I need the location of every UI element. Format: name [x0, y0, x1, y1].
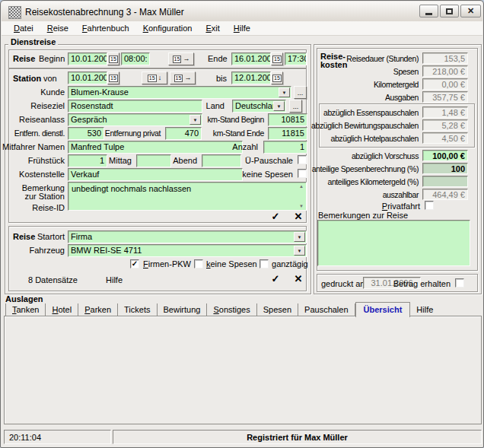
arrow-down-icon: ↓: [158, 75, 162, 81]
tab-hilfe[interactable]: Hilfe: [410, 303, 439, 316]
beginn-time-field[interactable]: 08:00:: [121, 52, 150, 65]
kunde-more-button[interactable]: ...: [294, 86, 307, 99]
tab-tickets[interactable]: Tickets: [118, 303, 157, 316]
von-date-field[interactable]: 10.01.2008: [68, 71, 107, 84]
ganztaegig-checkbox[interactable]: [260, 259, 269, 268]
station-ok-button[interactable]: ✓: [267, 211, 284, 222]
ende-label: Ende: [208, 54, 228, 63]
keine-spesen-station-label: keine Spesen: [242, 170, 293, 179]
close-button[interactable]: ✕: [460, 5, 481, 17]
dropdown-icon[interactable]: ▼: [294, 232, 305, 242]
tab-parken[interactable]: Parken: [78, 303, 118, 316]
maximize-icon: [446, 8, 453, 14]
von-calendar-button[interactable]: 15: [107, 71, 119, 84]
spesen-label: Spesen: [393, 67, 419, 76]
tab-uebersicht[interactable]: Übersicht: [355, 302, 411, 317]
minimize-button[interactable]: [419, 5, 438, 17]
land-combo[interactable]: Deutschland▼: [232, 100, 286, 113]
beginn-copy-date-button[interactable]: 15→: [168, 52, 194, 65]
arrow-right-icon: →: [184, 75, 191, 81]
kunde-combo[interactable]: Blumen-Krause▼: [68, 86, 291, 99]
dropdown-icon[interactable]: ▼: [189, 115, 201, 125]
dropdown-icon[interactable]: ▼: [273, 101, 285, 111]
station-copy-down-button[interactable]: 15↓: [142, 71, 167, 84]
menu-fahrtenbuch[interactable]: Fahrtenbuch: [75, 22, 136, 34]
calendar-icon: 15: [174, 75, 183, 82]
ende-calendar-button[interactable]: 15: [271, 52, 283, 65]
reisekosten-title-line2: kosten: [320, 60, 347, 69]
essenspauschalen-value: 1,48 €: [422, 106, 468, 118]
window-title: Reisekostenabrechnung 3 - Max Müller: [25, 7, 184, 17]
ende-date-field[interactable]: 16.01.2008: [231, 52, 271, 65]
ende-time-field[interactable]: 17:30:: [285, 52, 307, 65]
scroll-up-icon[interactable]: ▲: [299, 184, 304, 189]
station-copy-right-button[interactable]: 15→: [170, 71, 196, 84]
fahrzeug-combo[interactable]: BMW REI-SE 4711▼: [68, 244, 307, 257]
gedruckt-am-label: gedruckt am: [321, 279, 368, 288]
kostenstelle-field[interactable]: Verkauf: [68, 168, 243, 181]
ausgaben-label: Ausgaben: [385, 93, 419, 102]
bis-calendar-button[interactable]: 15: [271, 71, 283, 84]
keine-spesen-station-checkbox[interactable]: [298, 169, 307, 178]
menu-reise[interactable]: Reise: [40, 22, 75, 34]
entfernung-dienstl-field[interactable]: 530: [68, 127, 104, 140]
bemerkungen-reise-textarea[interactable]: [317, 220, 470, 266]
vorschuss-field[interactable]: 100,00 €: [422, 150, 468, 161]
menu-datei[interactable]: Datei: [7, 22, 40, 34]
reiseanlass-combo[interactable]: Gespräch▼: [68, 113, 202, 126]
reiseanlass-label: Reiseanlass: [19, 115, 65, 124]
menu-exit[interactable]: Exit: [199, 22, 226, 34]
km-ende-field[interactable]: 11815: [268, 127, 307, 140]
menu-hilfe[interactable]: Hilfe: [227, 22, 257, 34]
bis-label: bis: [216, 74, 227, 83]
app-icon[interactable]: [8, 6, 21, 19]
anzahl-field[interactable]: 1: [263, 141, 307, 154]
tab-hotel[interactable]: Hotel: [46, 303, 78, 316]
privatfahrt-checkbox[interactable]: [425, 201, 434, 210]
tab-spesen[interactable]: Spesen: [257, 303, 298, 316]
betrag-erhalten-checkbox[interactable]: [455, 278, 464, 288]
fahrzeug-label: Fahrzeug: [30, 246, 65, 255]
mitfahrer-label: Mitfahrer Namen: [2, 142, 65, 151]
maximize-button[interactable]: [440, 5, 459, 17]
beginn-date-field[interactable]: 10.01.2008: [68, 52, 107, 65]
reiseziel-field[interactable]: Rosenstadt: [68, 100, 202, 113]
bemerkung-station-textarea[interactable]: unbedingt nochmals nachlassen: [68, 182, 307, 211]
startort-combo[interactable]: Firma▼: [68, 230, 307, 243]
scroll-down-icon[interactable]: ▼: [299, 204, 304, 208]
tab-pauschalen[interactable]: Pauschalen: [298, 303, 355, 316]
abend-field[interactable]: [202, 154, 241, 167]
fruehstueck-field[interactable]: 1: [68, 154, 107, 167]
kilometergeld-pct-field[interactable]: [422, 176, 468, 187]
calendar-icon: 15: [272, 56, 282, 63]
mitfahrer-field[interactable]: Manfred Tulpe: [68, 141, 243, 154]
reise-cancel-button[interactable]: ✕: [290, 274, 307, 284]
dropdown-icon[interactable]: ▼: [279, 87, 290, 97]
firmen-pkw-checkbox[interactable]: ✓: [130, 259, 139, 268]
dropdown-icon[interactable]: ▼: [294, 246, 305, 256]
tab-tanken[interactable]: Tanken: [5, 303, 46, 316]
reise-ok-button[interactable]: ✓: [267, 274, 284, 284]
vorschuss-label: abzüglich Vorschuss: [352, 151, 419, 160]
menu-konfiguration[interactable]: Konfiguration: [136, 22, 199, 34]
km-beginn-field[interactable]: 10815: [268, 113, 307, 126]
keine-spesen-reise-checkbox[interactable]: [194, 259, 203, 268]
calendar-icon: 15: [109, 56, 118, 63]
bewirtungspauschalen-label: abzüglich Bewirtungspauschalen: [311, 121, 419, 130]
datensaetze-count: 8 Datensätze: [28, 275, 78, 284]
keine-spesen-reise-label: keine Spesen: [206, 259, 257, 268]
beginn-calendar-button[interactable]: 15: [107, 52, 119, 65]
bis-date-field[interactable]: 12.01.2008: [231, 71, 271, 84]
mittag-field[interactable]: [136, 154, 171, 167]
calendar-icon: 15: [148, 75, 157, 82]
tab-sonstiges[interactable]: Sonstiges: [207, 303, 256, 316]
entfernung-privat-field[interactable]: 470: [165, 127, 202, 140]
tab-bewirtung[interactable]: Bewirtung: [158, 303, 208, 316]
land-more-button[interactable]: ...: [289, 100, 302, 113]
ue-pauschale-checkbox[interactable]: [298, 155, 307, 164]
station-cancel-button[interactable]: ✕: [290, 211, 307, 222]
reise-hilfe-link[interactable]: Hilfe: [106, 275, 123, 284]
firmen-pkw-label: Firmen-PKW: [143, 259, 191, 268]
startort-label: Startort: [37, 232, 65, 241]
spesenberechnung-pct-field[interactable]: 100: [422, 163, 468, 174]
